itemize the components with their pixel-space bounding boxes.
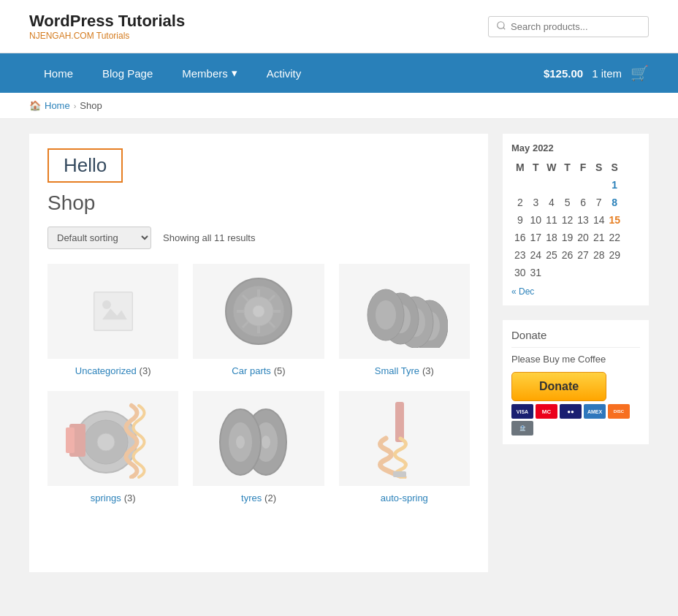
search-input[interactable] <box>511 21 641 32</box>
cart-icon: 🛒 <box>631 64 649 82</box>
nav-left: Home Blog Page Members ▾ Activity <box>29 53 316 93</box>
svg-point-31 <box>262 436 270 449</box>
product-image-carparts <box>193 264 324 359</box>
main-content: Hello Shop Default sorting Showing all 1… <box>0 119 678 587</box>
cal-day-link[interactable]: 1 <box>612 179 617 191</box>
card-icon-3: ●● <box>560 404 582 419</box>
cal-header-m: M <box>513 159 527 175</box>
product-item[interactable]: tyres (2) <box>193 391 324 503</box>
site-title: WordPress Tutorials <box>29 12 185 31</box>
bank-icon: 🏦 <box>511 421 533 436</box>
site-nav: Home Blog Page Members ▾ Activity $125.0… <box>0 53 678 93</box>
calendar-table: May 2022 M T W T F S S 1 <box>511 142 623 282</box>
svg-point-34 <box>236 436 245 449</box>
site-tagline: NJENGAH.COM Tutorials <box>29 31 185 41</box>
product-link[interactable]: Small Tyre <box>375 365 419 376</box>
hello-box: Hello <box>47 148 123 183</box>
product-item[interactable]: Car parts (5) <box>193 264 324 376</box>
product-link[interactable]: tyres <box>241 493 262 503</box>
cal-day-link[interactable]: 8 <box>612 197 617 208</box>
product-item[interactable]: springs (3) <box>47 391 178 503</box>
product-item[interactable]: Uncategorized (3) <box>47 264 178 376</box>
calendar-widget: May 2022 M T W T F S S 1 <box>503 134 649 305</box>
discover-icon: DISC <box>608 404 630 419</box>
breadcrumb-current: Shop <box>80 100 102 111</box>
svg-point-7 <box>253 305 264 317</box>
svg-rect-35 <box>395 402 404 442</box>
product-image-smalltyre <box>339 264 470 359</box>
donate-button[interactable]: Donate <box>511 372 606 401</box>
breadcrumb-bar: 🏠 Home › Shop <box>0 93 678 119</box>
cal-row: 1 <box>513 177 622 193</box>
breadcrumb: 🏠 Home › Shop <box>29 100 649 111</box>
cal-header-f: F <box>576 159 590 175</box>
svg-rect-2 <box>94 292 132 331</box>
svg-rect-28 <box>66 427 75 453</box>
nav-blog[interactable]: Blog Page <box>88 54 167 93</box>
product-image-autospring <box>339 391 470 486</box>
product-count: (3) <box>124 493 136 503</box>
donate-widget: Donate Please Buy me Coffee Donate VISA … <box>503 320 649 444</box>
shop-area: Hello Shop Default sorting Showing all 1… <box>29 134 488 572</box>
cal-header-s1: S <box>592 159 606 175</box>
product-name: Uncategorized (3) <box>47 365 178 376</box>
payment-icons: VISA MC ●● AMEX DISC 🏦 <box>511 404 640 436</box>
product-link[interactable]: auto-spring <box>381 493 428 503</box>
breadcrumb-separator: › <box>74 102 77 110</box>
cal-header-t1: T <box>529 159 544 175</box>
product-count: (3) <box>422 365 434 376</box>
mastercard-icon: MC <box>536 404 557 419</box>
calendar-caption: May 2022 <box>511 142 623 158</box>
donate-subtitle: Please Buy me Coffee <box>511 354 640 365</box>
amex-icon: AMEX <box>584 404 606 419</box>
svg-rect-36 <box>393 471 406 477</box>
home-icon: 🏠 <box>29 100 41 111</box>
product-link[interactable]: springs <box>91 493 121 503</box>
product-name: auto-spring <box>339 492 470 503</box>
site-branding: WordPress Tutorials NJENGAH.COM Tutorial… <box>29 12 185 41</box>
nav-members[interactable]: Members ▾ <box>167 53 252 93</box>
calendar-nav: « Dec <box>511 286 640 297</box>
search-box[interactable] <box>488 16 649 37</box>
product-name: springs (3) <box>47 492 178 503</box>
nav-home[interactable]: Home <box>29 54 88 93</box>
cal-row: 91011121314 15 <box>513 212 622 228</box>
cal-header-s2: S <box>607 159 622 175</box>
product-link[interactable]: Car parts <box>232 365 270 376</box>
product-name: Car parts (5) <box>193 365 324 376</box>
results-count: Showing all 11 results <box>163 232 255 243</box>
product-count: (5) <box>274 365 286 376</box>
cal-row: 16171819202122 <box>513 229 622 246</box>
nav-activity[interactable]: Activity <box>252 54 316 93</box>
visa-icon: VISA <box>511 404 533 419</box>
product-link[interactable]: Uncategorized <box>75 365 137 376</box>
product-item[interactable]: auto-spring <box>339 391 470 503</box>
cart-amount: $125.00 <box>544 67 583 80</box>
cal-day-link[interactable]: 15 <box>609 214 620 226</box>
sidebar: May 2022 M T W T F S S 1 <box>503 134 649 572</box>
product-name: Small Tyre (3) <box>339 365 470 376</box>
sort-select[interactable]: Default sorting <box>47 227 151 249</box>
calendar-prev-link[interactable]: « Dec <box>511 286 534 297</box>
cal-row: 23242526272829 <box>513 247 622 263</box>
svg-point-26 <box>97 433 115 451</box>
shop-toolbar: Default sorting Showing all 11 results <box>47 227 470 249</box>
cal-header-w: W <box>544 159 559 175</box>
cal-row: 3031 <box>513 265 622 281</box>
cal-row: 234567 8 <box>513 194 622 210</box>
product-name: tyres (2) <box>193 492 324 503</box>
cart-items: 1 item <box>592 67 622 80</box>
breadcrumb-home[interactable]: Home <box>45 100 70 111</box>
shop-title: Shop <box>47 191 470 215</box>
donate-title: Donate <box>511 329 640 341</box>
search-icon <box>496 20 506 33</box>
product-count: (2) <box>264 493 276 503</box>
product-item[interactable]: Small Tyre (3) <box>339 264 470 376</box>
nav-cart[interactable]: $125.00 1 item 🛒 <box>544 64 649 82</box>
product-image-tyres <box>193 391 324 486</box>
site-header: WordPress Tutorials NJENGAH.COM Tutorial… <box>0 0 678 53</box>
product-count: (3) <box>140 365 151 376</box>
svg-point-0 <box>498 21 504 28</box>
svg-point-23 <box>376 300 396 330</box>
svg-point-3 <box>102 300 111 309</box>
